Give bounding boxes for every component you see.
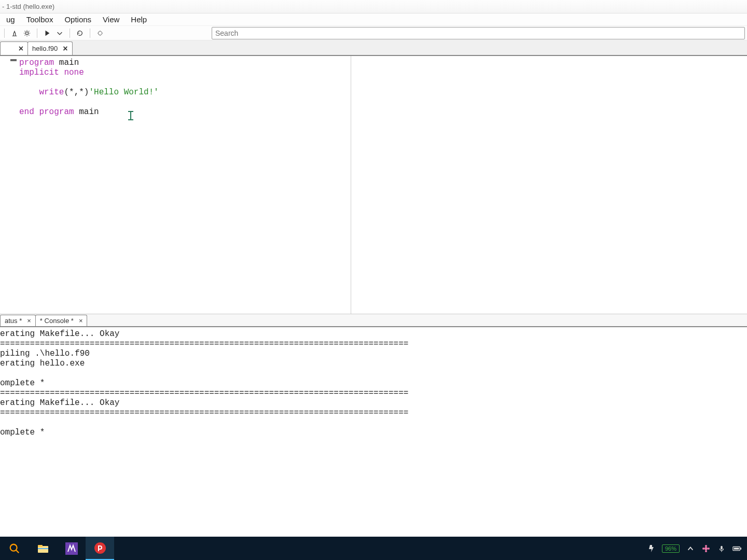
search-input[interactable] <box>212 27 745 39</box>
tray-flower-icon[interactable] <box>701 544 711 553</box>
svg-point-0 <box>25 32 28 34</box>
debug-icon[interactable] <box>95 29 105 38</box>
run-dropdown-icon[interactable] <box>55 29 64 38</box>
svg-point-12 <box>708 548 710 550</box>
output-tab-status[interactable]: atus * × <box>0 315 36 326</box>
editor-area: program main implicit none write(*,*)'He… <box>0 56 747 314</box>
output-tab-console[interactable]: * Console * × <box>35 315 88 326</box>
svg-point-11 <box>702 548 704 550</box>
code-keyword: end <box>19 107 39 117</box>
code-keyword: write <box>39 88 64 97</box>
svg-point-2 <box>10 544 17 551</box>
taskbar-search-icon[interactable] <box>0 537 29 560</box>
code-text <box>19 88 39 97</box>
battery-status[interactable]: 96% <box>662 544 680 553</box>
taskbar-app-1-icon[interactable] <box>57 537 86 560</box>
editor-tab-1[interactable]: × <box>0 41 28 55</box>
console-output[interactable]: erating Makefile... Okay ===============… <box>0 327 747 467</box>
editor-right-pane <box>351 56 747 314</box>
toolbar-separator <box>70 29 70 38</box>
tab-label: hello.f90 <box>32 45 58 52</box>
editor-tabstrip: × hello.f90 × <box>0 40 747 56</box>
taskbar-file-explorer-icon[interactable] <box>29 537 57 560</box>
menu-toolbox[interactable]: Toolbox <box>21 14 59 25</box>
svg-point-10 <box>705 550 707 552</box>
menu-help[interactable]: Help <box>126 14 152 25</box>
system-tray: 96% <box>646 544 747 553</box>
code-keyword: implicit none <box>19 68 84 77</box>
toolbar-separator <box>4 29 5 38</box>
svg-point-8 <box>704 547 708 550</box>
window-title: - 1-std (hello.exe) <box>2 3 54 10</box>
editor-tab-hello[interactable]: hello.f90 × <box>27 41 73 55</box>
power-icon[interactable] <box>646 544 656 553</box>
settings-icon[interactable] <box>22 29 32 38</box>
close-icon[interactable]: × <box>63 45 67 53</box>
close-icon[interactable]: × <box>79 317 83 325</box>
run-icon[interactable] <box>43 29 52 38</box>
rebuild-icon[interactable] <box>75 29 85 38</box>
svg-rect-5 <box>38 548 48 549</box>
search-box <box>212 27 745 39</box>
toolbar <box>0 26 747 40</box>
svg-rect-15 <box>740 548 741 550</box>
svg-rect-4 <box>38 545 43 547</box>
svg-rect-13 <box>721 545 723 549</box>
code-string: 'Hello World!' <box>89 88 158 97</box>
code-editor[interactable]: program main implicit none write(*,*)'He… <box>19 56 351 314</box>
code-keyword: program <box>19 58 54 67</box>
build-icon[interactable] <box>10 29 19 38</box>
svg-rect-16 <box>734 548 739 550</box>
tray-microphone-icon[interactable] <box>717 544 726 553</box>
taskbar-app-2-icon[interactable] <box>86 537 114 560</box>
svg-point-9 <box>705 545 707 547</box>
toolbar-separator <box>90 29 90 38</box>
fold-marker-icon[interactable] <box>10 59 17 61</box>
menubar: ug Toolbox Options View Help <box>0 13 747 26</box>
menu-debug[interactable]: ug <box>1 14 20 25</box>
tray-battery-icon[interactable] <box>732 544 742 553</box>
tab-label: * Console * <box>40 317 74 325</box>
editor-gutter[interactable] <box>0 56 19 314</box>
close-icon[interactable]: × <box>27 317 31 325</box>
toolbar-separator <box>37 29 37 38</box>
output-tabstrip: atus * × * Console * × <box>0 314 747 327</box>
taskbar-left <box>0 537 114 560</box>
text-caret <box>130 111 131 120</box>
tab-label: atus * <box>5 317 22 325</box>
window-titlebar: - 1-std (hello.exe) <box>0 0 747 13</box>
code-text: (*,*) <box>64 88 89 97</box>
code-text: main <box>74 107 99 117</box>
taskbar: 96% <box>0 537 747 560</box>
close-icon[interactable]: × <box>19 45 23 53</box>
svg-point-7 <box>94 542 106 554</box>
code-keyword: program <box>39 107 74 117</box>
tray-chevron-up-icon[interactable] <box>686 544 695 553</box>
menu-view[interactable]: View <box>98 14 125 25</box>
svg-point-1 <box>99 31 102 35</box>
menu-options[interactable]: Options <box>59 14 96 25</box>
code-text: main <box>54 58 79 67</box>
